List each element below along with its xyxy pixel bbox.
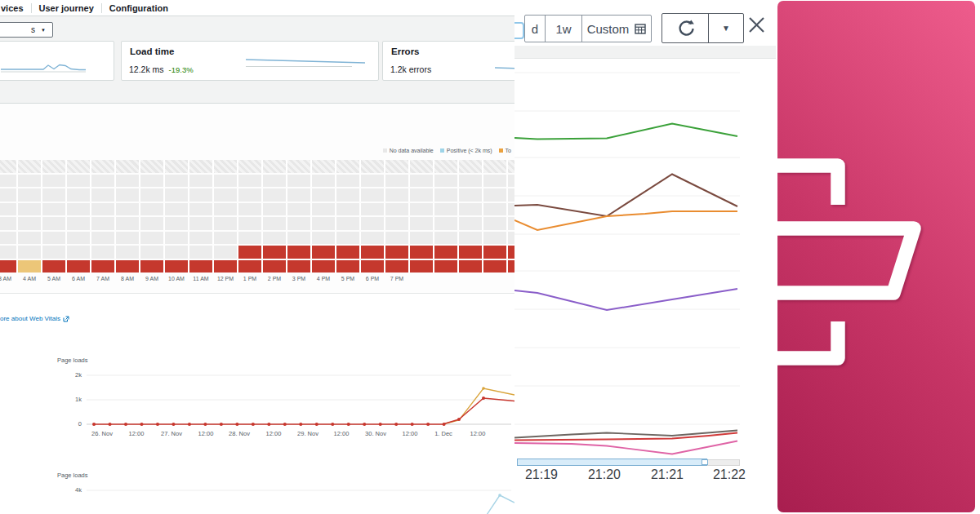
sparkline-blue-line xyxy=(495,68,514,69)
cropped-control[interactable] xyxy=(514,22,524,39)
card-value: 12.2k ms-19.3% xyxy=(129,64,194,74)
x-axis-tick: 12:00 xyxy=(256,430,291,437)
x-axis-tick: 12:00 xyxy=(324,430,359,437)
refresh-button[interactable] xyxy=(662,14,709,42)
hour-label: 1 PM xyxy=(238,276,262,281)
refresh-options-button[interactable]: ▼ xyxy=(709,14,743,42)
tab-configuration[interactable]: Configuration xyxy=(102,3,176,13)
legend-label: To xyxy=(506,148,511,153)
metric-card-cropped xyxy=(0,41,114,81)
hour-label: 2 PM xyxy=(262,276,287,281)
page-loads-weekly-chart xyxy=(0,485,514,514)
sparkline-chart xyxy=(243,55,370,73)
chart-title: Page loads xyxy=(57,472,88,479)
x-axis-tick: 12:00 xyxy=(393,430,427,437)
card-value: 1.2k errors xyxy=(390,64,431,74)
sparkline-blue-line xyxy=(246,60,365,63)
scrollbar-handle[interactable] xyxy=(702,459,708,465)
filter-dropdown-label: s xyxy=(31,25,35,34)
yellow-line-series xyxy=(443,388,514,424)
hour-label: 6 AM xyxy=(66,276,91,281)
heatmap-yellow-cell-4am xyxy=(18,260,41,273)
metrics-popover-panel: d 1w Custom ▼ xyxy=(514,0,776,514)
custom-range-label: Custom xyxy=(587,22,630,36)
hour-label: 7 PM xyxy=(385,276,409,281)
hour-label: 7 AM xyxy=(91,276,115,281)
chevron-down-icon: ▼ xyxy=(722,24,730,33)
legend-item-tolerable[interactable]: To xyxy=(499,148,511,153)
rum-dashboard-panel: vices User journey Configuration s ▼ Loa… xyxy=(0,0,514,514)
sparkline-chart xyxy=(0,61,108,76)
external-link-icon xyxy=(63,316,69,322)
heatmap-row-red xyxy=(0,260,514,273)
cloudwatch-rum-service-icon-tile xyxy=(777,1,975,512)
tab-devices[interactable]: vices xyxy=(0,3,31,13)
heatmap-row xyxy=(0,232,514,245)
scrollbar-selected-range[interactable] xyxy=(517,459,707,466)
hour-label: 8 AM xyxy=(115,276,140,281)
scrollbar-track-remainder[interactable] xyxy=(707,459,740,466)
x-axis-tick: 27. Nov xyxy=(154,430,189,437)
lightblue-series-marker xyxy=(498,494,501,497)
x-axis-tick: 12:00 xyxy=(461,430,495,437)
chart-title: Page loads xyxy=(57,357,88,364)
hour-label: 4 AM xyxy=(17,276,42,281)
sparkline-blue-line xyxy=(1,65,86,70)
glyph-bottom-bracket xyxy=(777,321,838,358)
hour-label: 3 AM xyxy=(0,276,17,281)
hour-label: 3 PM xyxy=(287,276,311,281)
web-vitals-link[interactable]: ore about Web Vitals xyxy=(0,315,69,322)
heatmap-row xyxy=(0,217,514,230)
brown-line-series xyxy=(514,175,737,217)
x-axis-tick: 12:00 xyxy=(119,430,154,437)
load-time-delta: -19.3% xyxy=(169,65,194,74)
x-axis-tick: 1. Dec xyxy=(426,430,461,437)
hour-label: 12 PM xyxy=(213,276,238,281)
card-title: Load time xyxy=(130,47,174,56)
time-range-control: d 1w Custom xyxy=(524,15,652,42)
x-axis-tick: 29. Nov xyxy=(291,430,325,437)
range-button-custom[interactable]: Custom xyxy=(581,16,651,42)
legend-label: No data available xyxy=(390,148,434,153)
legend-item-no-data[interactable]: No data available xyxy=(383,148,434,153)
glyph-trapezoid xyxy=(777,228,914,293)
tab-bar: vices User journey Configuration xyxy=(0,0,514,16)
legend-swatch-gray xyxy=(383,148,387,153)
hour-label: 5 PM xyxy=(336,276,360,281)
green-line-series xyxy=(514,124,737,140)
filter-dropdown[interactable]: s ▼ xyxy=(0,22,53,38)
hour-label: 5 AM xyxy=(42,276,66,281)
load-time-value: 12.2k ms xyxy=(129,64,164,74)
tab-user-journey[interactable]: User journey xyxy=(32,3,101,13)
x-axis-tick: 12:00 xyxy=(189,430,223,437)
close-button[interactable] xyxy=(747,16,766,34)
chevron-down-icon: ▼ xyxy=(41,28,46,33)
time-axis-tick: 21:22 xyxy=(705,467,754,482)
range-button-1d[interactable]: d xyxy=(525,16,545,42)
refresh-button-group: ▼ xyxy=(662,13,744,43)
legend-swatch-orange xyxy=(499,148,503,153)
legend-item-positive[interactable]: Positive (< 2k ms) xyxy=(440,148,492,153)
summary-toolbar-area: s ▼ Load time 12.2k ms-19.3% xyxy=(0,16,514,103)
heatmap-row xyxy=(0,175,514,188)
popover-line-charts xyxy=(514,59,776,467)
chart-zoom-scrollbar[interactable] xyxy=(517,459,740,466)
time-axis-tick: 21:19 xyxy=(517,467,566,482)
metric-card-load-time: Load time 12.2k ms-19.3% xyxy=(121,41,379,81)
hour-label: 4 PM xyxy=(311,276,336,281)
heatmap-row-no-data xyxy=(0,160,514,173)
lightblue-line-series xyxy=(487,495,514,514)
pink-line-series xyxy=(514,441,737,454)
heatmap-row xyxy=(0,188,514,202)
yellow-series-marker xyxy=(482,387,485,390)
web-vitals-link-label: ore about Web Vitals xyxy=(0,315,60,322)
time-axis-tick: 21:20 xyxy=(580,467,629,482)
range-button-1w[interactable]: 1w xyxy=(545,16,581,42)
red-series-marker xyxy=(482,397,485,400)
x-axis-tick: 28. Nov xyxy=(222,430,256,437)
hour-label: 10 AM xyxy=(164,276,189,281)
heatmap-row xyxy=(0,203,514,216)
page-loads-daily-chart xyxy=(0,367,514,431)
glyph-top-bracket xyxy=(777,166,838,205)
legend-swatch-blue xyxy=(440,148,444,153)
